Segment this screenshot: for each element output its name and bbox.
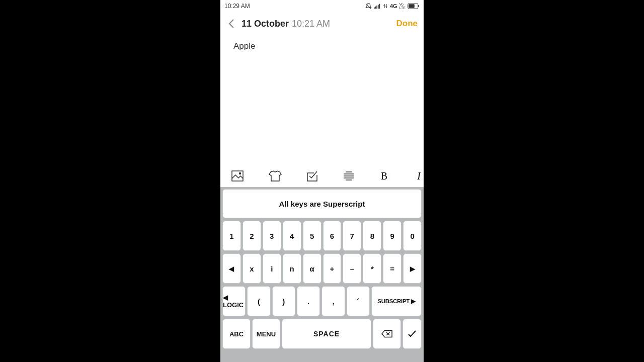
- key-9[interactable]: 9: [383, 221, 401, 251]
- key-left[interactable]: ◀: [222, 253, 241, 284]
- key-subscript[interactable]: SUBSCRIPT ▶: [371, 286, 422, 316]
- network-label: 4G: [390, 3, 397, 9]
- bold-icon[interactable]: B: [379, 170, 389, 182]
- svg-rect-8: [409, 4, 415, 8]
- note-date: 11 October: [242, 19, 289, 29]
- key-comma[interactable]: ,: [321, 286, 345, 316]
- key-4[interactable]: 4: [283, 221, 301, 251]
- keyboard: All keys are Superscript 1 2 3 4 5 6 7 8…: [220, 187, 424, 362]
- key-equals[interactable]: =: [383, 253, 401, 284]
- svg-rect-9: [232, 171, 243, 181]
- key-space[interactable]: SPACE: [282, 319, 371, 349]
- battery-icon: [408, 3, 420, 9]
- key-right[interactable]: ▶: [403, 253, 422, 284]
- backspace-icon: [381, 330, 392, 338]
- nav-bar: 11 October 10:21 AM Done: [220, 12, 424, 35]
- key-lparen[interactable]: (: [247, 286, 270, 316]
- key-plus[interactable]: +: [323, 253, 342, 284]
- volte-label: VoLTE: [399, 3, 406, 10]
- status-bar: 10:29 AM 4G VoLTE: [220, 0, 424, 12]
- align-icon[interactable]: [343, 171, 354, 181]
- italic-icon[interactable]: I: [414, 170, 424, 182]
- key-minus[interactable]: –: [343, 253, 361, 284]
- key-menu[interactable]: MENU: [252, 319, 280, 349]
- key-3[interactable]: 3: [263, 221, 281, 251]
- svg-rect-3: [376, 6, 377, 9]
- key-i[interactable]: i: [263, 253, 281, 284]
- svg-rect-2: [375, 7, 376, 9]
- key-6[interactable]: 6: [323, 221, 342, 251]
- check-icon: [408, 330, 417, 338]
- svg-point-10: [239, 173, 241, 174]
- key-1[interactable]: 1: [222, 221, 241, 251]
- note-time: 10:21 AM: [292, 19, 330, 29]
- signal-icon: [374, 3, 381, 9]
- key-7[interactable]: 7: [343, 221, 361, 251]
- key-abc[interactable]: ABC: [222, 319, 251, 349]
- mute-icon: [365, 3, 372, 10]
- key-dot[interactable]: .: [297, 286, 320, 316]
- key-rparen[interactable]: ): [272, 286, 295, 316]
- svg-rect-7: [418, 5, 419, 8]
- image-icon[interactable]: [231, 170, 244, 182]
- key-star[interactable]: *: [363, 253, 381, 284]
- done-button[interactable]: Done: [396, 19, 418, 29]
- key-5[interactable]: 5: [303, 221, 321, 251]
- key-accent[interactable]: ´: [347, 286, 370, 316]
- key-row-3: ◀ LOGIC ( ) . , ´ SUBSCRIPT ▶: [222, 286, 422, 316]
- keyboard-hint: All keys are Superscript: [222, 189, 422, 218]
- key-alpha[interactable]: α: [303, 253, 321, 284]
- status-right: 4G VoLTE: [365, 3, 420, 10]
- key-2[interactable]: 2: [243, 221, 261, 251]
- note-editor[interactable]: Apple: [220, 35, 424, 165]
- key-logic[interactable]: ◀ LOGIC: [222, 286, 246, 316]
- format-toolbar: B I: [220, 165, 424, 187]
- key-8[interactable]: 8: [363, 221, 381, 251]
- phone-frame: 10:29 AM 4G VoLTE 11 October 10:21 AM Do…: [220, 0, 424, 362]
- key-enter[interactable]: [403, 319, 422, 349]
- data-arrows-icon: [383, 3, 388, 9]
- key-row-1: 1 2 3 4 5 6 7 8 9 0: [222, 221, 422, 251]
- note-text: Apple: [233, 41, 255, 51]
- status-time: 10:29 AM: [224, 3, 250, 10]
- svg-rect-5: [379, 4, 380, 9]
- key-row-4: ABC MENU SPACE: [222, 319, 422, 349]
- key-row-2: ◀ x i n α + – * = ▶: [222, 253, 422, 284]
- chevron-left-icon: [228, 19, 235, 29]
- key-x[interactable]: x: [243, 253, 261, 284]
- checklist-icon[interactable]: [307, 170, 318, 182]
- back-button[interactable]: [224, 19, 238, 29]
- key-0[interactable]: 0: [403, 221, 422, 251]
- key-n[interactable]: n: [283, 253, 301, 284]
- tshirt-icon[interactable]: [269, 170, 282, 182]
- svg-rect-4: [378, 5, 379, 9]
- svg-rect-1: [374, 8, 375, 9]
- key-backspace[interactable]: [373, 319, 401, 349]
